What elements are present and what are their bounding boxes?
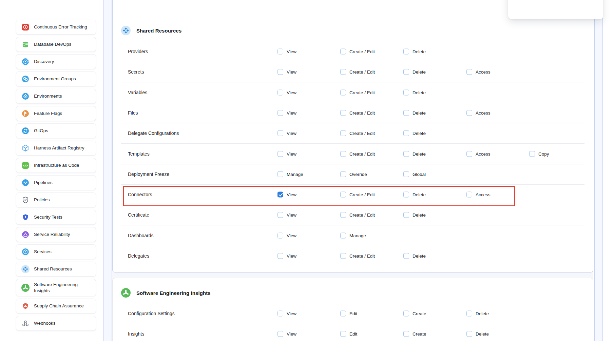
permission-access: Access <box>466 192 491 198</box>
sidebar-item-gitops[interactable]: GitOps <box>16 123 96 138</box>
permission-label: Delete <box>412 69 426 75</box>
permission-row-variables: VariablesViewCreate / EditDelete <box>121 82 584 103</box>
sidebar-item-supply-chain-assurance[interactable]: Supply Chain Assurance <box>16 299 96 314</box>
delete-checkbox[interactable] <box>466 331 472 337</box>
sidebar-item-pipelines[interactable]: Pipelines <box>16 175 96 190</box>
view-checkbox[interactable] <box>277 110 283 116</box>
delete-checkbox[interactable] <box>403 151 409 157</box>
sidebar-item-label: GitOps <box>34 128 48 134</box>
view-checkbox[interactable] <box>277 311 283 317</box>
create-edit-checkbox[interactable] <box>340 130 346 136</box>
create-edit-checkbox[interactable] <box>340 192 346 198</box>
global-checkbox[interactable] <box>403 171 409 177</box>
permission-label: Delete <box>412 131 426 136</box>
permission-label: View <box>287 311 296 316</box>
create-checkbox[interactable] <box>403 311 409 317</box>
software-engineering-insights-icon <box>21 284 30 292</box>
permission-view: View <box>277 151 296 157</box>
sidebar-item-harness-artifact-registry[interactable]: Harness Artifact Registry <box>16 141 96 156</box>
right-scrollbar-track[interactable] <box>594 0 603 341</box>
view-checkbox[interactable] <box>277 49 283 55</box>
permission-label: Access <box>476 110 491 115</box>
delete-checkbox[interactable] <box>466 311 472 317</box>
permission-label: Manage <box>349 233 366 238</box>
permission-copy: Copy <box>529 151 549 157</box>
permission-delete: Delete <box>403 212 426 218</box>
sidebar-item-environment-groups[interactable]: Environment Groups <box>16 72 96 86</box>
view-checkbox[interactable] <box>277 151 283 157</box>
sidebar-item-webhooks[interactable]: Webhooks <box>16 316 96 331</box>
view-checkbox[interactable] <box>277 253 283 259</box>
permission-delete: Delete <box>403 151 426 157</box>
view-checkbox[interactable] <box>277 69 283 75</box>
sidebar-item-services[interactable]: Services <box>16 244 96 259</box>
access-checkbox[interactable] <box>466 151 472 157</box>
permission-label: Create / Edit <box>349 254 375 259</box>
create-edit-checkbox[interactable] <box>340 151 346 157</box>
left-scrollbar-track[interactable] <box>103 0 112 341</box>
sidebar-item-label: Security Tests <box>34 214 62 220</box>
delete-checkbox[interactable] <box>403 69 409 75</box>
sidebar-item-infrastructure-as-code[interactable]: </>Infrastructure as Code <box>16 158 96 173</box>
services-icon <box>21 248 30 256</box>
permission-row-dashboards: DashboardsViewManage <box>121 225 584 246</box>
create-edit-checkbox[interactable] <box>340 49 346 55</box>
manage-checkbox[interactable] <box>340 232 346 238</box>
resource-name: Dashboards <box>128 233 154 238</box>
sidebar-item-feature-flags[interactable]: Feature Flags <box>16 106 96 121</box>
permission-delete: Delete <box>403 253 426 259</box>
create-edit-checkbox[interactable] <box>340 253 346 259</box>
resource-name: Files <box>128 110 138 116</box>
permission-label: View <box>287 69 296 75</box>
permission-edit: Edit <box>340 331 357 337</box>
access-checkbox[interactable] <box>466 110 472 116</box>
role-permissions-screen: Continuous Error TrackingDatabase DevOps… <box>0 0 614 364</box>
override-checkbox[interactable] <box>340 171 346 177</box>
permission-label: Delete <box>412 90 426 95</box>
resource-name: Providers <box>128 49 148 54</box>
view-checkbox[interactable] <box>277 331 283 337</box>
sidebar-item-policies[interactable]: Policies <box>16 193 96 207</box>
permission-view: View <box>277 212 296 218</box>
create-edit-checkbox[interactable] <box>340 89 346 95</box>
create-checkbox[interactable] <box>403 331 409 337</box>
manage-checkbox[interactable] <box>277 171 283 177</box>
view-checkbox[interactable] <box>277 232 283 238</box>
sidebar-item-shared-resources[interactable]: Shared Resources <box>16 262 96 277</box>
view-checkbox[interactable] <box>277 89 283 95</box>
delete-checkbox[interactable] <box>403 110 409 116</box>
delete-checkbox[interactable] <box>403 89 409 95</box>
create-edit-checkbox[interactable] <box>340 110 346 116</box>
access-checkbox[interactable] <box>466 69 472 75</box>
gitops-icon <box>21 127 30 135</box>
create-edit-checkbox[interactable] <box>340 212 346 218</box>
infrastructure-as-code-icon: </> <box>21 161 30 169</box>
view-checkbox[interactable] <box>277 192 283 198</box>
copy-checkbox[interactable] <box>529 151 535 157</box>
permission-label: Manage <box>287 171 303 177</box>
sidebar-item-database-devops[interactable]: Database DevOps <box>16 37 96 52</box>
access-checkbox[interactable] <box>466 192 472 198</box>
delete-checkbox[interactable] <box>403 130 409 136</box>
permission-label: Delete <box>476 331 489 337</box>
delete-checkbox[interactable] <box>403 49 409 55</box>
delete-checkbox[interactable] <box>403 212 409 218</box>
delete-checkbox[interactable] <box>403 253 409 259</box>
sidebar-item-discovery[interactable]: Discovery <box>16 54 96 69</box>
sidebar-item-software-engineering-insights[interactable]: Software Engineering Insights <box>16 279 96 296</box>
sidebar-item-service-reliability[interactable]: Service Reliability <box>16 227 96 242</box>
delete-checkbox[interactable] <box>403 192 409 198</box>
sidebar-item-environments[interactable]: Environments <box>16 89 96 104</box>
edit-checkbox[interactable] <box>340 331 346 337</box>
permission-row-deployment-freeze: Deployment FreezeManageOverrideGlobal <box>121 164 584 185</box>
discovery-icon <box>21 58 30 66</box>
view-checkbox[interactable] <box>277 130 283 136</box>
permission-label: Create / Edit <box>349 110 375 115</box>
edit-checkbox[interactable] <box>340 311 346 317</box>
view-checkbox[interactable] <box>277 212 283 218</box>
permission-view: View <box>277 69 296 75</box>
create-edit-checkbox[interactable] <box>340 69 346 75</box>
sidebar-item-continuous-error-tracking[interactable]: Continuous Error Tracking <box>16 20 96 35</box>
permission-label: View <box>287 331 296 337</box>
sidebar-item-security-tests[interactable]: Security Tests <box>16 210 96 225</box>
